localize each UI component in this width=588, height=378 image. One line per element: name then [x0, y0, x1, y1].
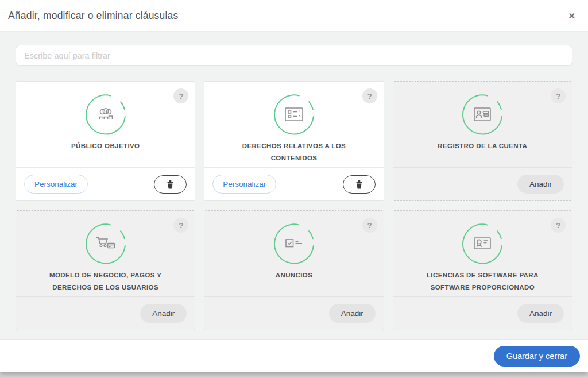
green-arc-decoration: [273, 222, 315, 265]
trash-icon: [355, 180, 363, 189]
trash-icon: [166, 180, 175, 189]
card-icon-area: [273, 93, 315, 136]
clause-cards-grid: ? PÚBLICO OBJETIVO: [16, 81, 572, 330]
clauses-modal: Añadir, modificar o eliminar cláusulas ✕…: [0, 0, 588, 372]
anadir-button[interactable]: Añadir: [517, 304, 564, 323]
green-arc-decoration: [461, 93, 504, 136]
help-icon[interactable]: ?: [362, 218, 377, 233]
card-footer: Añadir: [393, 296, 572, 330]
delete-button[interactable]: [343, 175, 376, 194]
clause-card-licencias-software: ? LICENCIAS DE SOFTWARE PARA SOFTWARE P: [393, 210, 572, 330]
help-icon[interactable]: ?: [173, 88, 188, 103]
save-and-close-button[interactable]: Guardar y cerrar: [494, 346, 580, 367]
modal-body: ? PÚBLICO OBJETIVO: [0, 32, 588, 339]
personalizar-button[interactable]: Personalizar: [212, 175, 276, 194]
filter-input[interactable]: [16, 45, 572, 66]
clause-card-publico-objetivo: ? PÚBLICO OBJETIVO: [16, 81, 195, 201]
clause-card-registro-cuenta: ? REGISTRO DE LA CUENTA: [393, 81, 572, 201]
anadir-button[interactable]: Añadir: [517, 175, 564, 194]
card-icon-area: [461, 93, 504, 136]
personalizar-button[interactable]: Personalizar: [24, 175, 88, 194]
card-footer: Personalizar: [16, 167, 195, 200]
clause-title: LICENCIAS DE SOFTWARE PARA SOFTWARE PROP…: [393, 269, 572, 293]
modal-header: Añadir, modificar o eliminar cláusulas ✕: [0, 0, 588, 32]
clause-card-modelo-negocio: ? MODELO DE NEGOCIO, PAGOS: [16, 210, 195, 330]
anadir-button[interactable]: Añadir: [140, 304, 187, 323]
card-icon-area: [273, 222, 315, 265]
green-arc-decoration: [84, 222, 127, 265]
card-footer: Añadir: [204, 296, 383, 330]
clause-title: MODELO DE NEGOCIO, PAGOS Y DERECHOS DE L…: [16, 269, 195, 293]
card-icon-area: [84, 93, 127, 136]
green-arc-decoration: [273, 93, 315, 136]
anadir-button[interactable]: Añadir: [329, 304, 376, 323]
clause-title: REGISTRO DE LA CUENTA: [393, 140, 572, 152]
help-icon[interactable]: ?: [362, 88, 377, 103]
card-icon-area: [461, 222, 504, 265]
card-footer: Añadir: [393, 167, 572, 200]
delete-button[interactable]: [154, 175, 187, 194]
help-icon[interactable]: ?: [551, 218, 566, 233]
close-icon[interactable]: ✕: [566, 9, 578, 22]
clause-title: ANUNCIOS: [204, 269, 383, 281]
card-footer: Personalizar: [204, 167, 383, 200]
clause-title: PÚBLICO OBJETIVO: [16, 140, 195, 152]
clause-title: DERECHOS RELATIVOS A LOS CONTENIDOS: [204, 140, 383, 164]
card-icon-area: [84, 222, 127, 265]
modal-title: Añadir, modificar o eliminar cláusulas: [8, 10, 178, 22]
help-icon[interactable]: ?: [551, 88, 566, 103]
help-icon[interactable]: ?: [173, 218, 188, 233]
clause-card-anuncios: ? ANUNCIOS Añadir: [204, 210, 384, 330]
card-footer: Añadir: [16, 296, 195, 330]
green-arc-decoration: [461, 222, 504, 265]
green-arc-decoration: [84, 93, 127, 136]
clause-card-derechos-contenidos: ? DERECHOS RE: [204, 81, 384, 201]
modal-footer: Guardar y cerrar: [0, 339, 588, 372]
